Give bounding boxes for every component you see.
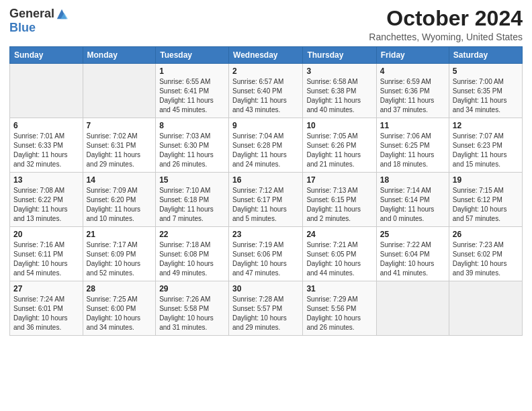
calendar-cell: 29Sunrise: 7:26 AM Sunset: 5:58 PM Dayli… <box>156 281 229 336</box>
calendar-cell: 17Sunrise: 7:13 AM Sunset: 6:15 PM Dayli… <box>303 173 376 227</box>
calendar-cell: 21Sunrise: 7:17 AM Sunset: 6:09 PM Dayli… <box>83 227 156 281</box>
main-title: October 2024 <box>369 7 523 30</box>
calendar-cell: 8Sunrise: 7:03 AM Sunset: 6:30 PM Daylig… <box>156 118 229 173</box>
day-number: 16 <box>232 175 299 185</box>
calendar-cell: 16Sunrise: 7:12 AM Sunset: 6:17 PM Dayli… <box>229 173 303 227</box>
day-number: 19 <box>453 175 519 185</box>
calendar-week-2: 6Sunrise: 7:01 AM Sunset: 6:33 PM Daylig… <box>10 118 523 173</box>
day-number: 3 <box>306 66 372 76</box>
calendar-header-thursday: Thursday <box>303 47 376 64</box>
day-number: 18 <box>380 175 445 185</box>
day-number: 9 <box>232 121 299 130</box>
day-info: Sunrise: 7:15 AM Sunset: 6:12 PM Dayligh… <box>453 186 519 224</box>
day-info: Sunrise: 7:17 AM Sunset: 6:09 PM Dayligh… <box>87 240 152 278</box>
calendar-cell: 7Sunrise: 7:02 AM Sunset: 6:31 PM Daylig… <box>83 118 156 173</box>
day-number: 15 <box>159 175 225 185</box>
calendar-cell: 4Sunrise: 6:59 AM Sunset: 6:36 PM Daylig… <box>376 64 449 118</box>
day-number: 14 <box>87 175 152 185</box>
subtitle: Ranchettes, Wyoming, United States <box>369 32 523 42</box>
calendar-cell: 6Sunrise: 7:01 AM Sunset: 6:33 PM Daylig… <box>10 118 83 173</box>
day-number: 28 <box>87 284 152 293</box>
calendar-cell <box>10 64 83 118</box>
day-info: Sunrise: 7:21 AM Sunset: 6:05 PM Dayligh… <box>306 240 372 278</box>
calendar-cell: 12Sunrise: 7:07 AM Sunset: 6:23 PM Dayli… <box>449 118 522 173</box>
day-info: Sunrise: 7:08 AM Sunset: 6:22 PM Dayligh… <box>13 186 79 224</box>
day-info: Sunrise: 7:10 AM Sunset: 6:18 PM Dayligh… <box>159 186 225 224</box>
calendar-header-tuesday: Tuesday <box>156 47 229 64</box>
calendar-week-4: 20Sunrise: 7:16 AM Sunset: 6:11 PM Dayli… <box>10 227 523 281</box>
day-info: Sunrise: 7:23 AM Sunset: 6:02 PM Dayligh… <box>453 240 519 278</box>
day-info: Sunrise: 7:01 AM Sunset: 6:33 PM Dayligh… <box>13 132 79 169</box>
day-number: 30 <box>232 284 299 293</box>
logo-general: General <box>9 7 54 21</box>
calendar-cell: 25Sunrise: 7:22 AM Sunset: 6:04 PM Dayli… <box>376 227 449 281</box>
calendar: SundayMondayTuesdayWednesdayThursdayFrid… <box>9 46 523 336</box>
calendar-cell: 27Sunrise: 7:24 AM Sunset: 6:01 PM Dayli… <box>10 281 83 336</box>
day-info: Sunrise: 6:55 AM Sunset: 6:41 PM Dayligh… <box>159 77 225 115</box>
calendar-cell <box>449 281 522 336</box>
day-info: Sunrise: 7:18 AM Sunset: 6:08 PM Dayligh… <box>159 240 225 278</box>
day-number: 31 <box>306 284 372 293</box>
day-info: Sunrise: 7:00 AM Sunset: 6:35 PM Dayligh… <box>453 77 519 115</box>
calendar-week-1: 1Sunrise: 6:55 AM Sunset: 6:41 PM Daylig… <box>10 64 523 118</box>
day-info: Sunrise: 7:05 AM Sunset: 6:26 PM Dayligh… <box>306 132 372 169</box>
calendar-cell: 1Sunrise: 6:55 AM Sunset: 6:41 PM Daylig… <box>156 64 229 118</box>
day-number: 24 <box>306 230 372 239</box>
day-number: 1 <box>159 66 225 76</box>
calendar-week-3: 13Sunrise: 7:08 AM Sunset: 6:22 PM Dayli… <box>10 173 523 227</box>
title-area: October 2024 Ranchettes, Wyoming, United… <box>369 7 523 42</box>
day-info: Sunrise: 6:59 AM Sunset: 6:36 PM Dayligh… <box>380 77 445 115</box>
logo-text: General <box>9 7 68 21</box>
day-number: 23 <box>232 230 299 239</box>
calendar-cell: 30Sunrise: 7:28 AM Sunset: 5:57 PM Dayli… <box>229 281 303 336</box>
day-number: 5 <box>453 66 519 76</box>
calendar-cell: 15Sunrise: 7:10 AM Sunset: 6:18 PM Dayli… <box>156 173 229 227</box>
calendar-header-sunday: Sunday <box>10 47 83 64</box>
day-number: 26 <box>453 230 519 239</box>
calendar-cell: 2Sunrise: 6:57 AM Sunset: 6:40 PM Daylig… <box>229 64 303 118</box>
calendar-cell <box>376 281 449 336</box>
calendar-cell: 18Sunrise: 7:14 AM Sunset: 6:14 PM Dayli… <box>376 173 449 227</box>
day-info: Sunrise: 7:16 AM Sunset: 6:11 PM Dayligh… <box>13 240 79 278</box>
calendar-cell: 24Sunrise: 7:21 AM Sunset: 6:05 PM Dayli… <box>303 227 376 281</box>
day-number: 13 <box>13 175 79 185</box>
day-info: Sunrise: 7:28 AM Sunset: 5:57 PM Dayligh… <box>232 295 299 332</box>
calendar-cell: 22Sunrise: 7:18 AM Sunset: 6:08 PM Dayli… <box>156 227 229 281</box>
calendar-cell: 20Sunrise: 7:16 AM Sunset: 6:11 PM Dayli… <box>10 227 83 281</box>
calendar-cell: 5Sunrise: 7:00 AM Sunset: 6:35 PM Daylig… <box>449 64 522 118</box>
day-number: 20 <box>13 230 79 239</box>
day-info: Sunrise: 7:25 AM Sunset: 6:00 PM Dayligh… <box>87 295 152 332</box>
calendar-cell: 14Sunrise: 7:09 AM Sunset: 6:20 PM Dayli… <box>83 173 156 227</box>
calendar-header-friday: Friday <box>376 47 449 64</box>
day-info: Sunrise: 7:07 AM Sunset: 6:23 PM Dayligh… <box>453 132 519 169</box>
header: General Blue October 2024 Ranchettes, Wy… <box>9 7 523 42</box>
day-number: 6 <box>13 121 79 130</box>
calendar-cell: 10Sunrise: 7:05 AM Sunset: 6:26 PM Dayli… <box>303 118 376 173</box>
day-number: 22 <box>159 230 225 239</box>
day-number: 8 <box>159 121 225 130</box>
calendar-cell: 23Sunrise: 7:19 AM Sunset: 6:06 PM Dayli… <box>229 227 303 281</box>
calendar-cell <box>83 64 156 118</box>
day-info: Sunrise: 6:57 AM Sunset: 6:40 PM Dayligh… <box>232 77 299 115</box>
day-number: 17 <box>306 175 372 185</box>
day-number: 29 <box>159 284 225 293</box>
day-info: Sunrise: 7:09 AM Sunset: 6:20 PM Dayligh… <box>87 186 152 224</box>
day-info: Sunrise: 7:19 AM Sunset: 6:06 PM Dayligh… <box>232 240 299 278</box>
calendar-cell: 11Sunrise: 7:06 AM Sunset: 6:25 PM Dayli… <box>376 118 449 173</box>
day-number: 27 <box>13 284 79 293</box>
calendar-cell: 9Sunrise: 7:04 AM Sunset: 6:28 PM Daylig… <box>229 118 303 173</box>
logo-blue: Blue <box>9 21 36 34</box>
day-info: Sunrise: 7:24 AM Sunset: 6:01 PM Dayligh… <box>13 295 79 332</box>
day-number: 7 <box>87 121 152 130</box>
day-number: 10 <box>306 121 372 130</box>
day-number: 12 <box>453 121 519 130</box>
day-info: Sunrise: 6:58 AM Sunset: 6:38 PM Dayligh… <box>306 77 372 115</box>
day-info: Sunrise: 7:12 AM Sunset: 6:17 PM Dayligh… <box>232 186 299 224</box>
calendar-cell: 26Sunrise: 7:23 AM Sunset: 6:02 PM Dayli… <box>449 227 522 281</box>
page: General Blue October 2024 Ranchettes, Wy… <box>0 0 532 411</box>
day-number: 21 <box>87 230 152 239</box>
day-info: Sunrise: 7:26 AM Sunset: 5:58 PM Dayligh… <box>159 295 225 332</box>
calendar-cell: 13Sunrise: 7:08 AM Sunset: 6:22 PM Dayli… <box>10 173 83 227</box>
logo-area: General Blue <box>9 7 68 35</box>
logo-icon <box>56 8 68 20</box>
